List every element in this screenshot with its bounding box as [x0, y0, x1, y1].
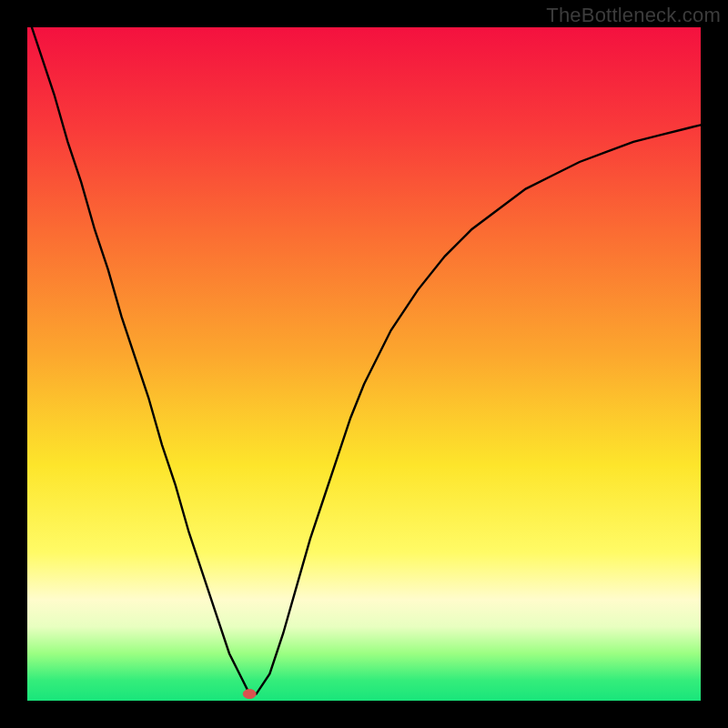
curve-left	[27, 14, 249, 693]
curve-svg	[27, 27, 701, 701]
plot-area	[27, 27, 701, 701]
watermark-text: TheBottleneck.com	[546, 4, 721, 27]
minimum-marker	[243, 690, 256, 699]
curve-right	[249, 125, 701, 693]
chart-frame: TheBottleneck.com	[0, 0, 728, 728]
